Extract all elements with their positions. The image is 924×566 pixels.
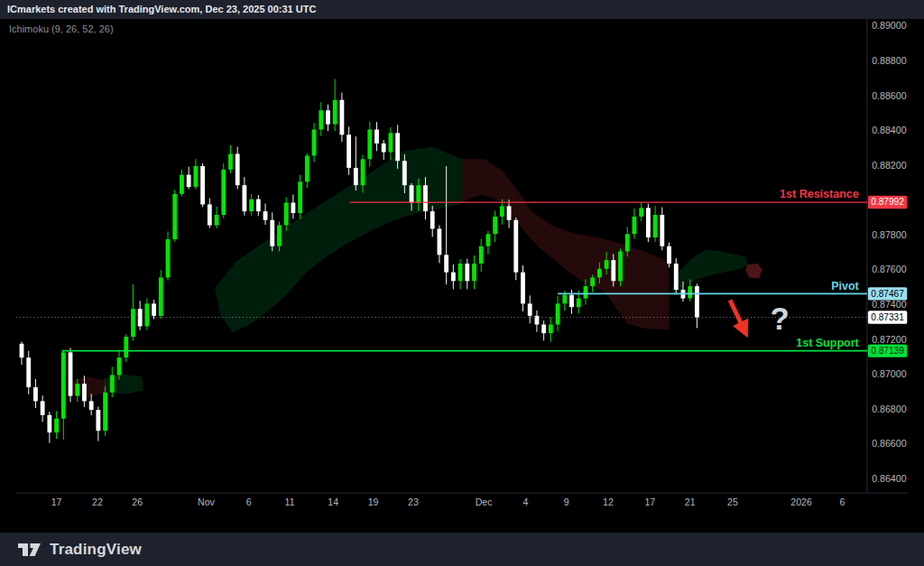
candle-body <box>82 384 87 401</box>
question-mark-annotation[interactable]: ? <box>770 302 789 336</box>
x-axis-tick: 6 <box>246 496 252 507</box>
candle-body <box>305 155 310 181</box>
candle-body <box>333 100 337 125</box>
level-price-tag-text: 0.87467 <box>871 289 904 299</box>
candle-body <box>584 286 588 299</box>
candle-body <box>395 133 400 161</box>
current-price-tag-text: 0.87331 <box>871 312 904 322</box>
x-axis-tick: 2026 <box>790 496 812 507</box>
down-arrow-annotation[interactable] <box>730 301 744 332</box>
candle-body <box>340 100 345 135</box>
candle-body <box>513 220 518 273</box>
y-axis-tick: 0.88800 <box>872 55 906 66</box>
x-axis-tick: 17 <box>644 496 655 507</box>
candle-body <box>298 181 302 213</box>
candle-body <box>577 299 581 308</box>
candle-body <box>556 303 560 324</box>
header-title: ICmarkets created with TradingView.com, … <box>7 4 316 14</box>
candle-body <box>249 199 254 212</box>
y-axis-tick: 0.87400 <box>872 299 906 310</box>
candle-body <box>47 415 51 432</box>
candle-body <box>291 202 295 213</box>
y-axis-tick: 0.86600 <box>872 438 906 449</box>
candle-body <box>131 309 135 337</box>
x-axis-tick: Dec <box>476 496 494 507</box>
candle-body <box>172 194 177 239</box>
chart-canvas[interactable]: 1st Resistance0.87992Pivot0.874671st Sup… <box>0 19 924 533</box>
candle-body <box>277 226 282 246</box>
candle-body <box>200 166 205 204</box>
x-axis-tick: 22 <box>92 496 103 507</box>
candle-body <box>110 375 115 392</box>
y-axis-tick: 0.89000 <box>872 20 906 31</box>
candle-body <box>152 303 156 316</box>
candle-body <box>479 246 484 264</box>
candle-body <box>54 419 59 432</box>
candle-body <box>451 273 456 282</box>
candle-body <box>646 208 651 237</box>
ichimoku-cloud <box>462 159 670 329</box>
candle-body <box>41 401 45 414</box>
ichimoku-cloud <box>104 374 143 394</box>
x-axis-tick: 6 <box>839 496 845 507</box>
x-axis-tick: 9 <box>564 496 569 507</box>
y-axis-tick: 0.86400 <box>872 473 906 484</box>
candle-body <box>597 269 602 278</box>
candle-body <box>159 277 163 315</box>
candle-body <box>500 206 504 217</box>
candle-body <box>361 159 365 185</box>
y-axis-tick: 0.87000 <box>872 368 906 379</box>
candle-body <box>695 286 699 318</box>
candle-body <box>69 352 73 395</box>
level-price-tag-text: 0.87139 <box>871 346 904 356</box>
candle-body <box>549 325 553 334</box>
tradingview-logo-icon <box>18 541 42 559</box>
chart-area[interactable]: Ichimoku (9, 26, 52, 26) 1st Resistance0… <box>0 19 924 533</box>
candle-body <box>26 357 31 387</box>
candle-body <box>528 303 532 316</box>
indicator-label: Ichimoku (9, 26, 52, 26) <box>9 23 114 34</box>
ichimoku-cloud <box>215 147 462 332</box>
candle-body <box>667 246 671 264</box>
candle-body <box>660 215 664 246</box>
candle-body <box>346 135 351 168</box>
candle-body <box>521 273 525 304</box>
tradingview-chart-screenshot: ICmarkets created with TradingView.com, … <box>0 0 924 566</box>
candle-body <box>590 277 595 286</box>
y-axis-tick: 0.88200 <box>872 160 906 171</box>
y-axis-tick: 0.87600 <box>872 264 906 275</box>
candle-body <box>75 384 79 396</box>
candle-body <box>562 295 567 304</box>
candle-body <box>124 337 128 357</box>
candle-body <box>438 228 442 255</box>
candle-body <box>117 357 122 375</box>
candle-body <box>410 185 414 202</box>
candle-body <box>507 206 512 219</box>
footer-bar: TradingView <box>0 533 924 566</box>
x-axis-tick: 23 <box>408 496 419 507</box>
y-axis-tick: 0.86800 <box>872 404 906 414</box>
x-axis-tick: 19 <box>368 496 379 507</box>
candle-body <box>193 166 198 187</box>
candle-body <box>444 255 448 272</box>
candle-body <box>605 260 609 269</box>
candle-body <box>326 110 330 124</box>
candle-body <box>688 286 692 299</box>
candle-body <box>472 264 476 281</box>
x-axis-tick: Nov <box>198 496 216 507</box>
candle-body <box>430 211 435 228</box>
candle-body <box>256 199 261 212</box>
candle-body <box>61 352 66 418</box>
candle-body <box>458 264 463 281</box>
candle-body <box>242 185 246 211</box>
candle-body <box>228 153 233 169</box>
candle-body <box>389 133 393 152</box>
candle-body <box>653 215 658 237</box>
candle-body <box>402 161 407 185</box>
x-axis-tick: 25 <box>727 496 738 507</box>
candle-body <box>89 401 94 410</box>
candle-body <box>486 234 491 246</box>
candle-body <box>215 215 219 226</box>
ichimoku-cloud <box>745 264 762 278</box>
level-label: 1st Resistance <box>780 188 859 200</box>
